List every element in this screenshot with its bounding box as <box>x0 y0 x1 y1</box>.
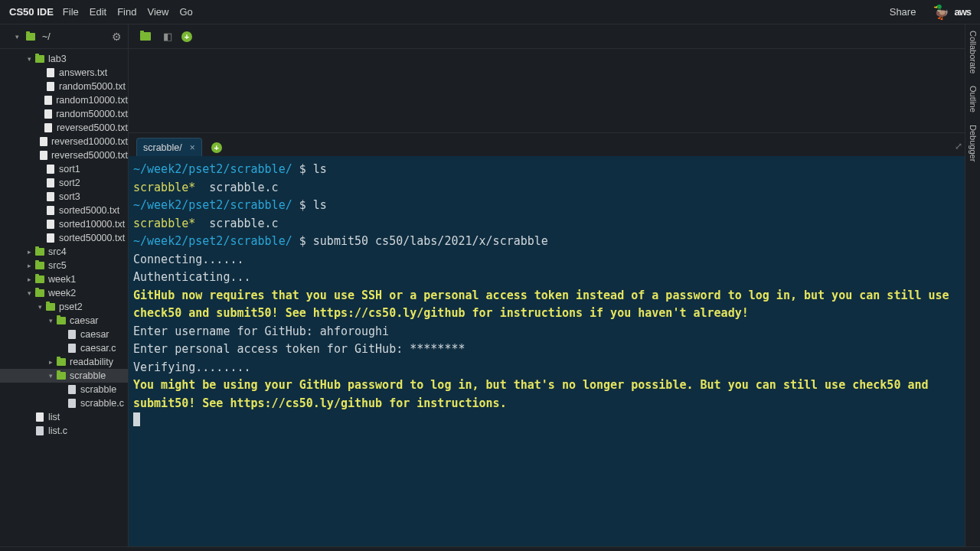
twisty-icon[interactable]: ▾ <box>24 52 34 66</box>
file-icon <box>44 178 57 187</box>
rail-outline[interactable]: Outline <box>969 80 978 119</box>
editor-toolbar: ◧ + <box>129 24 980 49</box>
tree-file[interactable]: answers.txt <box>0 66 128 80</box>
tree-file[interactable]: sort3 <box>0 190 128 204</box>
maximize-panel-icon[interactable]: ⤢ <box>955 141 962 152</box>
terminal-line: ~/week2/pset2/scrabble/ $ ls <box>133 197 972 215</box>
tree-item-label: reversed10000.txt <box>51 135 128 148</box>
menu-find[interactable]: Find <box>117 6 136 18</box>
twisty-icon[interactable]: ▾ <box>24 286 34 300</box>
twisty-icon[interactable]: ▾ <box>46 369 55 383</box>
file-icon <box>66 385 78 394</box>
statusbar <box>0 546 980 551</box>
tree-file[interactable]: sorted5000.txt <box>0 204 128 217</box>
share-button[interactable]: Share <box>890 6 916 18</box>
tree-folder[interactable]: ▾caesar <box>0 314 128 328</box>
tree-folder[interactable]: ▸src5 <box>0 259 128 272</box>
folder-icon <box>24 33 37 41</box>
tree-item-label: reversed50000.txt <box>51 148 128 162</box>
twisty-icon[interactable]: ▾ <box>35 300 44 314</box>
tree-item-label: sorted5000.txt <box>59 204 119 217</box>
terminal-line: ~/week2/pset2/scrabble/ $ ls <box>133 161 972 179</box>
folder-closed-icon <box>55 358 67 366</box>
tree-folder[interactable]: ▾pset2 <box>0 300 128 314</box>
file-icon <box>44 220 57 229</box>
tree-file[interactable]: scrabble <box>0 383 128 396</box>
tree-file[interactable]: caesar <box>0 328 128 341</box>
tree-file[interactable]: sort1 <box>0 162 128 176</box>
new-terminal-button[interactable]: + <box>211 142 222 153</box>
tree-item-label: sort1 <box>59 162 80 176</box>
folder-closed-icon <box>34 276 46 283</box>
menu-go[interactable]: Go <box>179 6 192 18</box>
file-icon <box>38 137 49 146</box>
tree-item-label: random10000.txt <box>56 93 128 107</box>
file-tree: ▾lab3answers.txtrandom5000.txtrandom1000… <box>0 49 128 438</box>
tree-folder[interactable]: ▸readability <box>0 355 128 369</box>
folder-open-icon <box>44 303 57 311</box>
folder-closed-icon <box>34 262 46 269</box>
tree-file[interactable]: random50000.txt <box>0 107 128 121</box>
file-icon <box>44 165 57 174</box>
file-icon <box>44 233 57 243</box>
file-icon <box>44 206 57 215</box>
open-folder-icon[interactable] <box>139 32 152 41</box>
tree-folder[interactable]: ▸src4 <box>0 245 128 259</box>
tree-file[interactable]: list.c <box>0 424 128 438</box>
terminal-line: Connecting...... <box>133 251 972 269</box>
tree-folder[interactable]: ▾week2 <box>0 286 128 300</box>
tree-item-label: readability <box>70 355 113 369</box>
file-icon <box>34 412 46 422</box>
tab-close-icon[interactable]: × <box>190 142 195 153</box>
duck-icon[interactable]: 🦆 <box>933 4 949 21</box>
menu-edit[interactable]: Edit <box>90 6 106 18</box>
rail-debugger[interactable]: Debugger <box>969 119 978 168</box>
twisty-icon[interactable]: ▾ <box>46 314 55 328</box>
file-icon <box>44 192 57 201</box>
terminal-tab-scrabble[interactable]: scrabble/ × <box>136 138 202 156</box>
tree-item-label: src4 <box>48 245 67 259</box>
terminal-output[interactable]: ~/week2/pset2/scrabble/ $ lsscrabble* sc… <box>129 156 980 546</box>
tree-item-label: list <box>48 410 60 424</box>
new-file-button[interactable]: + <box>181 31 192 42</box>
tree-item-label: pset2 <box>59 300 83 314</box>
menu-file[interactable]: File <box>63 6 79 18</box>
terminal-tab-label: scrabble/ <box>143 142 182 153</box>
root-twisty[interactable]: ▾ <box>12 33 21 41</box>
tree-folder[interactable]: ▾scrabble <box>0 369 128 383</box>
file-icon <box>66 399 78 408</box>
root-label[interactable]: ~/ <box>42 31 51 42</box>
tree-file[interactable]: reversed10000.txt <box>0 135 128 148</box>
tree-item-label: random5000.txt <box>59 80 126 93</box>
tree-item-label: reversed5000.txt <box>57 121 128 135</box>
gear-icon[interactable]: ⚙ <box>112 31 122 43</box>
tree-file[interactable]: reversed50000.txt <box>0 148 128 162</box>
folder-open-icon <box>55 372 67 380</box>
rail-collaborate[interactable]: Collaborate <box>969 24 978 80</box>
twisty-icon[interactable]: ▸ <box>24 245 34 259</box>
tree-item-label: src5 <box>48 259 67 272</box>
tree-file[interactable]: caesar.c <box>0 341 128 355</box>
terminal-line: Authenticating... <box>133 269 972 287</box>
tree-item-label: caesar <box>80 328 109 341</box>
main-content: ◧ + scrabble/ × + ⤢ × ~/week2/pset2/scra… <box>129 24 980 546</box>
tree-folder[interactable]: ▸week1 <box>0 272 128 286</box>
tree-file[interactable]: list <box>0 410 128 424</box>
twisty-icon[interactable]: ▸ <box>46 355 55 369</box>
editor-empty-area <box>129 49 980 133</box>
tree-file[interactable]: random5000.txt <box>0 80 128 93</box>
file-icon <box>42 96 54 105</box>
tree-file[interactable]: reversed5000.txt <box>0 121 128 135</box>
file-icon <box>34 426 46 435</box>
tree-item-label: list.c <box>48 424 67 438</box>
menu-view[interactable]: View <box>147 6 168 18</box>
tree-folder[interactable]: ▾lab3 <box>0 52 128 66</box>
twisty-icon[interactable]: ▸ <box>24 272 34 286</box>
panes-icon[interactable]: ◧ <box>163 31 172 42</box>
twisty-icon[interactable]: ▸ <box>24 259 34 272</box>
tree-file[interactable]: sorted50000.txt <box>0 231 128 245</box>
tree-file[interactable]: sort2 <box>0 176 128 190</box>
tree-file[interactable]: scrabble.c <box>0 396 128 410</box>
tree-file[interactable]: random10000.txt <box>0 93 128 107</box>
tree-file[interactable]: sorted10000.txt <box>0 217 128 231</box>
